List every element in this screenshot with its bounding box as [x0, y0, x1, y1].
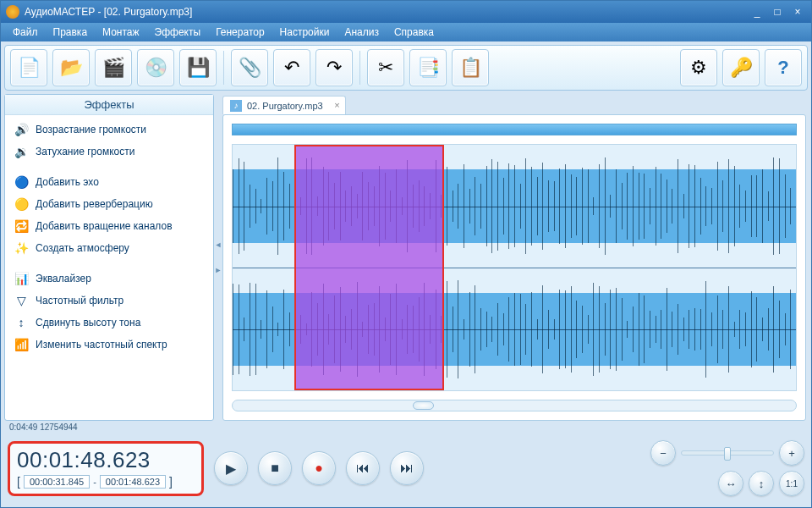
title-bar: АудиоМАСТЕР - [02. Purgatory.mp3] _ □ ×: [1, 1, 811, 23]
mix-button[interactable]: 📎: [231, 49, 268, 86]
new-file-icon: 📄: [18, 57, 41, 79]
next-button[interactable]: ⏭: [390, 451, 424, 485]
effect-icon: 📶: [14, 337, 29, 352]
record-button[interactable]: ●: [302, 451, 336, 485]
save-icon: 💾: [187, 57, 210, 79]
fit-vertical-button[interactable]: ↕: [749, 471, 774, 496]
chevron-right-icon: ►: [215, 266, 222, 274]
key-icon: 🔑: [730, 57, 753, 79]
splitter[interactable]: ◄►: [214, 94, 222, 421]
video-icon: 🎬: [102, 57, 125, 79]
undo-button[interactable]: ↶: [273, 49, 310, 86]
selection-start-field[interactable]: 00:00:31.845: [24, 475, 90, 489]
fit-v-icon: ↕: [759, 478, 765, 490]
selection-end-field[interactable]: 00:01:48.623: [100, 475, 166, 489]
paste-button[interactable]: 📋: [452, 49, 489, 86]
help-icon: ?: [777, 57, 788, 79]
paste-icon: 📋: [459, 57, 482, 79]
effect-item[interactable]: ✨Создать атмосферу: [7, 237, 211, 259]
effect-item[interactable]: 📊Эквалайзер: [7, 268, 211, 290]
save-button[interactable]: 💾: [179, 49, 217, 86]
current-time: 00:01:48.623: [17, 447, 195, 473]
menu-generator[interactable]: Генератор: [209, 25, 271, 40]
menu-montage[interactable]: Монтаж: [96, 25, 146, 40]
zoom-in-button[interactable]: +: [779, 440, 804, 466]
effect-label: Эквалайзер: [36, 273, 91, 284]
menu-effects[interactable]: Эффекты: [148, 25, 208, 40]
copy-button[interactable]: 📑: [409, 49, 447, 86]
menu-help[interactable]: Справка: [387, 25, 441, 40]
time-display: 00:01:48.623 [ 00:00:31.845 - 00:01:48.6…: [8, 441, 204, 496]
open-button[interactable]: 📂: [52, 49, 90, 86]
effect-item[interactable]: 🟡Добавить реверберацию: [7, 193, 211, 215]
fit-horizontal-button[interactable]: ↔: [718, 471, 743, 496]
gear-icon: ⚙: [690, 57, 707, 79]
horizontal-scrollbar[interactable]: [232, 400, 797, 411]
redo-button[interactable]: ↷: [315, 49, 353, 86]
effect-item[interactable]: 🔵Добавить эхо: [7, 171, 211, 193]
scrollbar-thumb[interactable]: [413, 401, 434, 410]
status-text: 0:04:49 12754944: [9, 422, 78, 432]
effects-list: 🔊Возрастание громкости🔉Затухание громкос…: [5, 115, 213, 420]
effect-label: Добавить эхо: [36, 176, 99, 188]
zoom-out-button[interactable]: −: [650, 440, 676, 466]
tab-close-button[interactable]: ×: [334, 100, 339, 110]
effect-label: Создать атмосферу: [36, 242, 129, 254]
license-button[interactable]: 🔑: [722, 49, 760, 86]
sidebar-title: Эффекты: [5, 95, 213, 115]
overview-bar[interactable]: [232, 124, 797, 135]
open-cd-button[interactable]: 💿: [137, 49, 174, 86]
waveform[interactable]: [232, 144, 797, 391]
open-folder-icon: 📂: [60, 57, 83, 79]
copy-icon: 📑: [417, 57, 440, 79]
minimize-button[interactable]: _: [749, 6, 765, 18]
help-button[interactable]: ?: [765, 49, 802, 86]
effect-icon: 📊: [14, 271, 29, 286]
effect-item[interactable]: 🔊Возрастание громкости: [7, 119, 211, 141]
transport-bar: 00:01:48.623 [ 00:00:31.845 - 00:01:48.6…: [1, 436, 811, 500]
menu-analysis[interactable]: Анализ: [337, 25, 386, 40]
tab-file[interactable]: ♪ 02. Purgatory.mp3 ×: [222, 96, 346, 114]
effect-item[interactable]: 📶Изменить частотный спектр: [7, 334, 211, 356]
effect-icon: 🔁: [14, 218, 29, 234]
effect-item[interactable]: ↕Сдвинуть высоту тона: [7, 312, 211, 334]
zoom-thumb[interactable]: [724, 447, 731, 461]
plus-icon: +: [788, 447, 795, 460]
cut-button[interactable]: ✂: [367, 49, 404, 86]
toolbar-separator: [223, 51, 224, 85]
effect-label: Затухание громкости: [36, 146, 134, 157]
zoom-1-1-button[interactable]: 1:1: [779, 471, 804, 496]
next-icon: ⏭: [400, 461, 414, 476]
zoom-slider[interactable]: [681, 450, 774, 456]
selection-region[interactable]: [294, 145, 444, 390]
effect-icon: 🟡: [14, 196, 29, 212]
waveform-panel: [222, 114, 806, 421]
app-icon: [6, 5, 19, 19]
prev-icon: ⏮: [356, 461, 370, 476]
menu-edit[interactable]: Правка: [47, 25, 95, 40]
effect-item[interactable]: 🔁Добавить вращение каналов: [7, 215, 211, 237]
effect-icon: ▽: [14, 293, 29, 308]
new-button[interactable]: 📄: [10, 49, 47, 86]
menu-settings[interactable]: Настройки: [273, 25, 337, 40]
effect-label: Изменить частотный спектр: [36, 339, 167, 351]
play-button[interactable]: ▶: [214, 451, 248, 485]
stop-button[interactable]: ■: [258, 451, 292, 485]
chevron-left-icon: ◄: [215, 240, 222, 249]
effect-label: Добавить вращение каналов: [36, 220, 173, 232]
close-button[interactable]: ×: [789, 6, 806, 18]
effect-label: Добавить реверберацию: [36, 198, 153, 210]
play-icon: ▶: [226, 461, 236, 477]
settings-button[interactable]: ⚙: [680, 49, 717, 86]
effect-item[interactable]: 🔉Затухание громкости: [7, 141, 211, 163]
open-video-button[interactable]: 🎬: [95, 49, 132, 86]
window-title: АудиоМАСТЕР - [02. Purgatory.mp3]: [25, 6, 192, 18]
effect-icon: ↕: [14, 315, 29, 330]
one-one-icon: 1:1: [786, 479, 798, 489]
effect-item[interactable]: ▽Частотный фильтр: [7, 290, 211, 312]
effect-icon: 🔉: [14, 144, 29, 159]
prev-button[interactable]: ⏮: [346, 451, 380, 485]
menu-file[interactable]: Файл: [6, 25, 45, 40]
maximize-button[interactable]: □: [769, 6, 786, 18]
audio-file-icon: ♪: [230, 100, 242, 112]
